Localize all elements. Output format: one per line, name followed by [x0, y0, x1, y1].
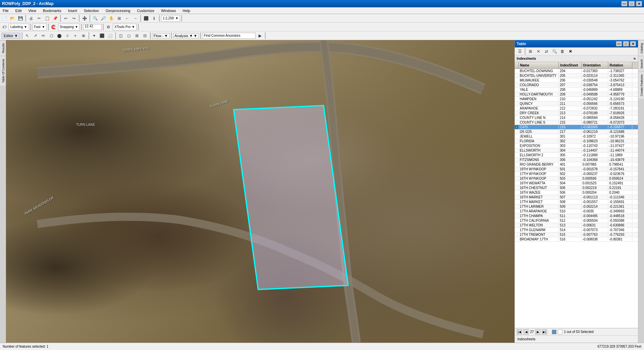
table-row[interactable]: EXPOSITION303-0.110743-11.07427 [515, 144, 638, 148]
table-row[interactable]: ARAPAHOE212-0.072832-7.283191 [515, 106, 638, 111]
table-row[interactable]: BUCHTEL-DOWNING204-0.017383-1.738327 [515, 69, 638, 73]
table-row[interactable]: RIO GRANDE-BERRY4010.0079850.798541 [515, 162, 638, 167]
table-row[interactable]: BROADWAY 17TH516-0.008038-0.80381 [515, 237, 638, 242]
zoom-in-button[interactable]: 🔍 [92, 15, 99, 22]
snapping-icon[interactable]: 🧲 [50, 23, 57, 31]
table-select-all-btn[interactable]: ⊞ [527, 48, 534, 55]
indexsheets-close-icon[interactable]: ✕ [633, 57, 636, 60]
menu-item-bookmarks[interactable]: Bookmarks [41, 8, 62, 13]
table-row[interactable]: 16TH WEWATTA5040.0015250.152491 [515, 181, 638, 186]
table-close-btn[interactable]: ✕ [630, 41, 636, 46]
table-row[interactable]: DRY CREEK213-0.078189-7.818926 [515, 111, 638, 116]
nav-next-btn[interactable]: ▶ [535, 329, 540, 335]
table-row[interactable]: YALE208-0.046889-4.68889 [515, 88, 638, 92]
table-delete-btn[interactable]: 🗑 [559, 48, 566, 55]
table-row[interactable]: ▶C470216-0.082069-8.206877 [515, 125, 638, 130]
table-minimize-btn[interactable]: — [616, 41, 622, 46]
edit-tool-8[interactable]: ⊕ [80, 32, 87, 39]
table-row[interactable]: COUNTY LINE S215-0.080721-8.072073 [515, 120, 638, 125]
table-zoom-btn[interactable]: 🔍 [551, 48, 558, 55]
edit-tool-15[interactable]: ⊟ [141, 32, 149, 39]
table-row[interactable]: COLORADO207-0.038754-3.875413 [515, 83, 638, 88]
select-button[interactable]: ⬛ [142, 15, 150, 22]
toc-tab[interactable]: Table Of Contents [0, 56, 6, 85]
save-button[interactable]: 💾 [17, 15, 24, 22]
indexsheet-column-header[interactable]: IndexSheet [559, 62, 582, 68]
edit-tool-5[interactable]: ⬤ [56, 32, 63, 39]
map-area[interactable]: STATE HWY 470 TURN LANE TURN LANE PARK M… [6, 40, 514, 343]
table-clear-btn[interactable]: ✕ [535, 48, 542, 55]
analysis-dropdown[interactable]: Analysis ▼ ▼ [173, 33, 199, 38]
catalog-tab[interactable]: Catalog [638, 40, 644, 56]
orientation-column-header[interactable]: Orientation [582, 62, 608, 68]
analysis-dropdown-arrow[interactable]: ▼ [193, 34, 197, 38]
maximize-button[interactable]: □ [629, 1, 635, 6]
undo-button[interactable]: ↩ [62, 15, 69, 22]
print-button[interactable]: 🖨 [27, 15, 35, 22]
table-row[interactable]: MILWAUKEE206-0.030548-3.054762 [515, 78, 638, 83]
table-row[interactable]: 17TH CHAMPA511-0.004485-0.448518 [515, 214, 638, 218]
edit-tool-7[interactable]: ⌖ [72, 32, 79, 39]
value-input[interactable]: 12.42 [83, 24, 102, 30]
edit-tool-10[interactable]: ⬛ [99, 32, 106, 39]
full-extent-button[interactable]: ⊞ [116, 15, 123, 22]
table-row[interactable]: 16TH CHESTNUT5050.0022190.22191 [515, 186, 638, 190]
flow-dropdown[interactable]: Flow - ▼ [152, 33, 170, 38]
find-ancestors-go-button[interactable]: ▶ [256, 32, 264, 39]
minimize-button[interactable]: — [621, 1, 627, 6]
table-row[interactable]: BUCHTEL-UNIVERSITY205-0.023114-2.311365 [515, 73, 638, 78]
menu-item-selection[interactable]: Selection [83, 8, 100, 13]
table-maximize-btn[interactable]: □ [623, 41, 629, 46]
table-row[interactable]: 16TH WYNKOOP5030.0005950.059524 [515, 176, 638, 181]
nav-prev-btn[interactable]: ◀ [523, 329, 529, 335]
table-row[interactable]: QUINCY211-0.056566-5.656573 [515, 102, 638, 106]
edit-tool-14[interactable]: ⊞ [133, 32, 141, 39]
redo-button[interactable]: ↪ [70, 15, 77, 22]
menu-item-windows[interactable]: Windows [160, 8, 177, 13]
scale-dropdown[interactable]: 1:2,258▼ [161, 15, 180, 22]
table-row[interactable]: FITZSMONS306-0.104368-10.43879 [515, 158, 638, 162]
table-row[interactable]: 17TH LARIMER509-0.002214-0.221361 [515, 204, 638, 209]
nav-last-btn[interactable]: ▶| [542, 329, 547, 335]
indexsheets-header[interactable]: Indexsheets ✕ [515, 55, 638, 62]
menu-item-view[interactable]: View [27, 8, 38, 13]
zoom-out-button[interactable]: 🔎 [100, 15, 107, 22]
flow-dropdown-arrow[interactable]: ▼ [164, 34, 168, 38]
edit-tool-6[interactable]: ⊹ [64, 32, 71, 39]
table-reverse-btn[interactable]: ⇄ [543, 48, 550, 55]
edit-tool-2[interactable]: ↗ [32, 32, 39, 39]
copy-button[interactable]: 📋 [43, 15, 51, 22]
find-ancestors-input[interactable] [202, 33, 256, 39]
edit-tool-11[interactable]: ⬜ [107, 32, 114, 39]
table-row[interactable]: 16TH WAZEE5060.0002040.2040 [515, 190, 638, 195]
table-row[interactable]: HAMPDEN210-0.051242-5.124190 [515, 97, 638, 102]
menu-item-geoprocessing[interactable]: Geoprocessing [104, 8, 132, 13]
table-row[interactable]: 17TH ARAPAHOE510-0.0035-0.349993 [515, 209, 638, 214]
menu-item-edit[interactable]: Edit [14, 8, 23, 13]
table-row[interactable]: ELLSWORTH304-0.114407-11.44074 [515, 148, 638, 153]
edit-tool-1[interactable]: ↖ [24, 32, 31, 39]
table-bottom-tab[interactable]: Indexsheets [515, 335, 638, 343]
table-row[interactable]: ELLSWORTH 2305-0.111889-11.1889 [515, 153, 638, 158]
xtools-dropdown[interactable]: XTools Pro ▼ [113, 24, 137, 30]
rotation-column-header[interactable]: Rotation [608, 62, 632, 68]
table-body[interactable]: BUCHTEL-DOWNING204-0.017383-1.738327BUCH… [515, 69, 638, 328]
snapping-dropdown[interactable]: Snapping ▼ [58, 24, 80, 30]
table-row[interactable]: I25 I225217-0.061219-8.121688 [515, 130, 638, 134]
xtools-icon[interactable]: ⚙ [105, 23, 112, 31]
labeling-dropdown[interactable]: Labeling ▼ [9, 24, 29, 30]
table-row[interactable]: 16TH MARKET507-0.001113-0.111346 [515, 195, 638, 200]
new-button[interactable]: 📄 [1, 15, 8, 22]
cut-button[interactable]: ✂ [35, 15, 43, 22]
table-row[interactable]: 17TH MARKET508-0.001557-0.155691 [515, 200, 638, 204]
name-column-header[interactable]: Name [519, 62, 559, 68]
table-row[interactable]: 17TH GLENARM514-0.007073-0.707346 [515, 228, 638, 232]
back-button[interactable]: ← [124, 15, 131, 22]
edit-tool-4[interactable]: ⬡ [48, 32, 55, 39]
edit-tool-12[interactable]: ◫ [117, 32, 125, 39]
table-row[interactable]: HOLLY-DARTMOUTH209-0.049588-4.958779 [515, 92, 638, 97]
add-data-button[interactable]: ➕ [81, 15, 88, 22]
table-options-btn[interactable]: ☰ [516, 48, 523, 55]
edit-tool-9[interactable]: ✦ [91, 32, 98, 39]
editor-dropdown[interactable]: Editor ▼ [1, 33, 20, 39]
